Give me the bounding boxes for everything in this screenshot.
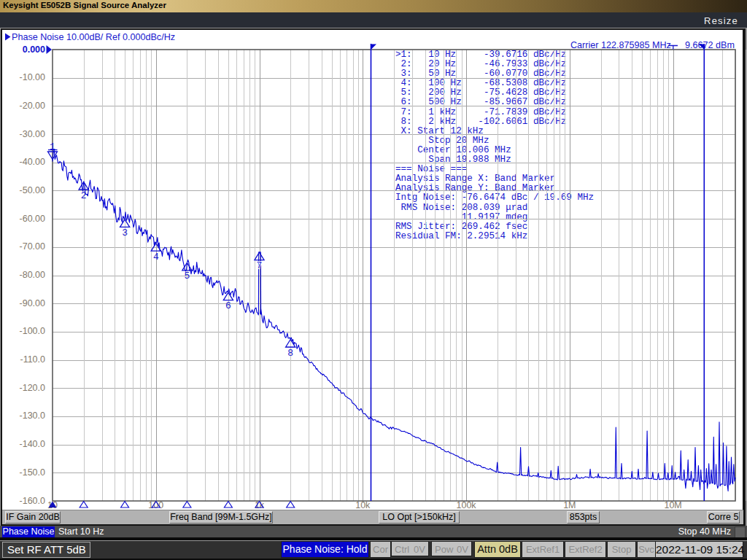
svg-text:2: 2	[81, 190, 87, 201]
svg-text:3: 3	[122, 228, 128, 238]
svg-text:5: 5	[184, 271, 190, 281]
svg-text:6: 6	[225, 300, 231, 311]
svg-text:1: 1	[50, 141, 55, 152]
svg-text:4: 4	[153, 252, 159, 262]
svg-text:7: 7	[257, 260, 263, 271]
svg-text:8: 8	[287, 348, 293, 359]
